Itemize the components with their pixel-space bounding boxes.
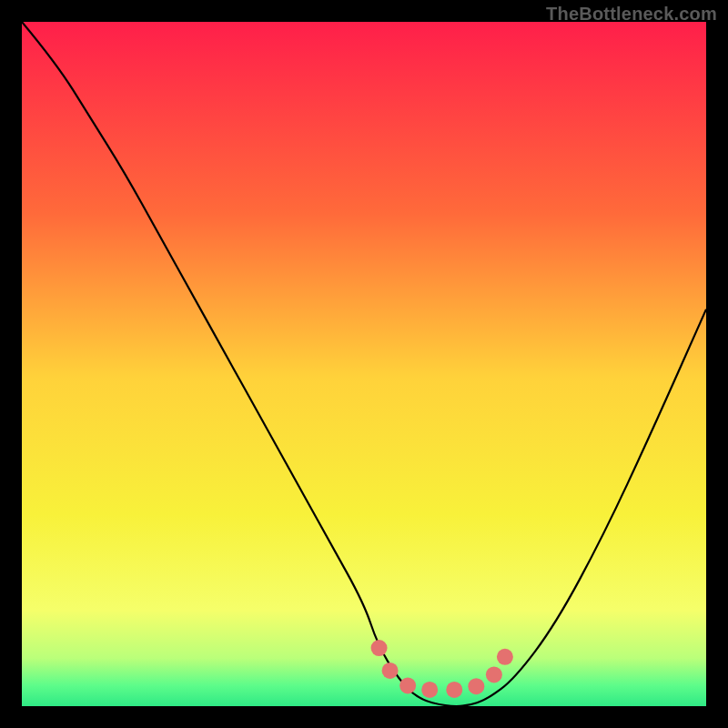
curve-marker xyxy=(371,640,388,656)
curve-marker xyxy=(497,649,513,665)
curve-marker xyxy=(399,677,416,693)
attribution-label: TheBottleneck.com xyxy=(546,4,717,25)
bottleneck-chart xyxy=(22,22,706,706)
curve-marker xyxy=(486,666,502,682)
curve-marker xyxy=(421,682,438,698)
chart-svg xyxy=(22,22,706,706)
gradient-background xyxy=(22,22,706,706)
curve-marker xyxy=(468,678,484,694)
curve-marker xyxy=(382,662,399,679)
curve-marker xyxy=(446,682,462,698)
chart-stage: TheBottleneck.com xyxy=(0,0,728,728)
